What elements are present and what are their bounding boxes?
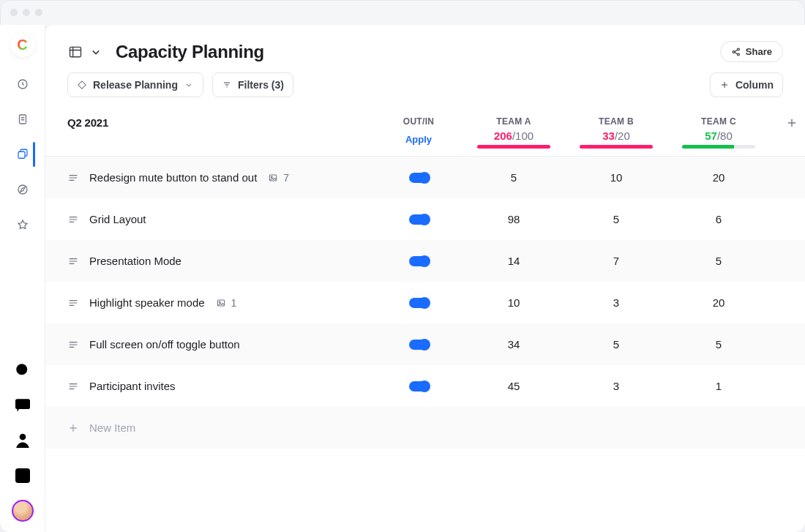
effort-cell[interactable]: 14 xyxy=(463,255,565,267)
table-row[interactable]: Redesign mute button to stand out751020 xyxy=(45,157,805,198)
effort-cell[interactable]: 5 xyxy=(565,213,667,225)
svg-point-13 xyxy=(272,176,273,177)
svg-point-11 xyxy=(737,53,739,56)
app-logo[interactable]: C xyxy=(10,32,35,57)
image-icon xyxy=(267,173,279,183)
capacity-used: 206 xyxy=(494,130,512,142)
logo-glyph: C xyxy=(17,37,27,53)
effort-cell[interactable]: 20 xyxy=(667,171,770,184)
nav-capacity[interactable] xyxy=(12,143,34,165)
svg-point-10 xyxy=(737,48,739,50)
search-icon xyxy=(12,359,34,381)
effort-cell[interactable]: 5 xyxy=(667,338,770,351)
text-lines-icon xyxy=(67,173,79,182)
new-item-row[interactable]: New Item xyxy=(45,407,805,449)
list-view-icon xyxy=(67,45,83,59)
effort-cell[interactable]: 5 xyxy=(463,171,565,184)
chat-icon xyxy=(12,394,34,416)
effort-cell[interactable]: 20 xyxy=(667,296,770,309)
image-icon xyxy=(215,298,227,308)
window-dot xyxy=(10,9,18,16)
item-title: Presentation Mode xyxy=(89,255,181,267)
nav-favorites[interactable] xyxy=(12,214,34,236)
svg-point-9 xyxy=(733,50,735,53)
nav-help[interactable] xyxy=(12,465,34,487)
svg-point-6 xyxy=(19,434,26,441)
capacity-total: /100 xyxy=(512,130,533,142)
team-name: TEAM C xyxy=(701,116,736,127)
outin-toggle[interactable] xyxy=(409,381,428,391)
share-icon xyxy=(731,47,741,57)
svg-rect-2 xyxy=(18,151,25,158)
table-row[interactable]: Participant invites4531 xyxy=(45,365,805,407)
attachment-indicator[interactable]: 1 xyxy=(215,297,237,309)
new-item-placeholder: New Item xyxy=(89,422,135,434)
effort-cell[interactable]: 10 xyxy=(463,296,565,309)
outin-toggle[interactable] xyxy=(409,340,428,350)
table-row[interactable]: Grid Layout9856 xyxy=(45,198,805,240)
nav-people[interactable] xyxy=(12,430,34,452)
user-avatar[interactable] xyxy=(12,500,34,522)
outin-toggle[interactable] xyxy=(409,256,428,266)
outin-cell xyxy=(375,340,463,350)
apply-button[interactable]: Apply xyxy=(405,134,432,145)
view-switcher[interactable] xyxy=(67,45,104,59)
outin-cell xyxy=(375,381,463,391)
effort-cell[interactable]: 7 xyxy=(565,255,667,267)
plus-icon xyxy=(67,422,79,434)
nav-chat[interactable] xyxy=(12,394,34,416)
compass-icon xyxy=(16,183,29,196)
item-cell: Grid Layout xyxy=(67,213,375,225)
help-icon xyxy=(12,465,34,487)
effort-cell[interactable]: 10 xyxy=(565,171,667,184)
nav-refresh[interactable] xyxy=(12,73,34,95)
table-row[interactable]: Highlight speaker mode110320 xyxy=(45,282,805,323)
app-window: C xyxy=(0,0,805,532)
svg-point-3 xyxy=(18,185,27,194)
share-button[interactable]: Share xyxy=(720,41,783,62)
filters-button[interactable]: Filters (3) xyxy=(212,72,293,97)
add-column-button[interactable]: Column xyxy=(710,72,783,97)
capacity-used: 57 xyxy=(705,130,717,142)
effort-cell[interactable]: 1 xyxy=(667,380,770,392)
add-column-icon[interactable] xyxy=(770,116,805,130)
capacity-bar xyxy=(477,145,550,149)
table-body: Redesign mute button to stand out751020G… xyxy=(45,157,805,532)
table-row[interactable]: Presentation Mode1475 xyxy=(45,240,805,282)
period-header[interactable]: Q2 2021 xyxy=(67,116,375,129)
chevron-down-icon xyxy=(88,45,104,59)
nav-docs[interactable] xyxy=(12,108,34,130)
effort-cell[interactable]: 5 xyxy=(667,255,770,267)
item-title: Grid Layout xyxy=(89,213,146,225)
outin-label: OUT/IN xyxy=(403,116,434,127)
effort-cell[interactable]: 3 xyxy=(565,380,667,392)
plus-icon xyxy=(785,116,798,130)
nav-goals[interactable] xyxy=(12,179,34,201)
effort-cell[interactable]: 34 xyxy=(463,338,565,351)
outin-toggle[interactable] xyxy=(409,298,428,308)
page-title: Capacity Planning xyxy=(116,42,264,62)
capacity-total: /80 xyxy=(717,130,733,142)
attachment-count: 7 xyxy=(283,172,289,184)
outin-cell xyxy=(375,173,463,183)
effort-cell[interactable]: 3 xyxy=(565,296,667,309)
outin-toggle[interactable] xyxy=(409,173,428,183)
nav-search[interactable] xyxy=(12,359,34,381)
outin-toggle[interactable] xyxy=(409,214,428,225)
table-row[interactable]: Full screen on/off toggle button3455 xyxy=(45,323,805,365)
effort-cell[interactable]: 98 xyxy=(463,213,565,225)
item-title: Redesign mute button to stand out xyxy=(89,171,257,184)
planning-dropdown[interactable]: Release Planning xyxy=(67,72,203,97)
item-title: Participant invites xyxy=(89,380,176,392)
text-lines-icon xyxy=(67,257,79,266)
effort-cell[interactable]: 45 xyxy=(463,380,565,392)
person-icon xyxy=(12,430,34,452)
column-label: Column xyxy=(735,79,774,91)
attachment-indicator[interactable]: 7 xyxy=(267,172,289,184)
effort-cell[interactable]: 6 xyxy=(667,213,770,225)
document-icon xyxy=(16,113,29,126)
effort-cell[interactable]: 5 xyxy=(565,338,667,351)
item-title: Full screen on/off toggle button xyxy=(89,338,240,351)
filters-label: Filters (3) xyxy=(238,79,284,91)
planning-label: Release Planning xyxy=(93,79,178,91)
